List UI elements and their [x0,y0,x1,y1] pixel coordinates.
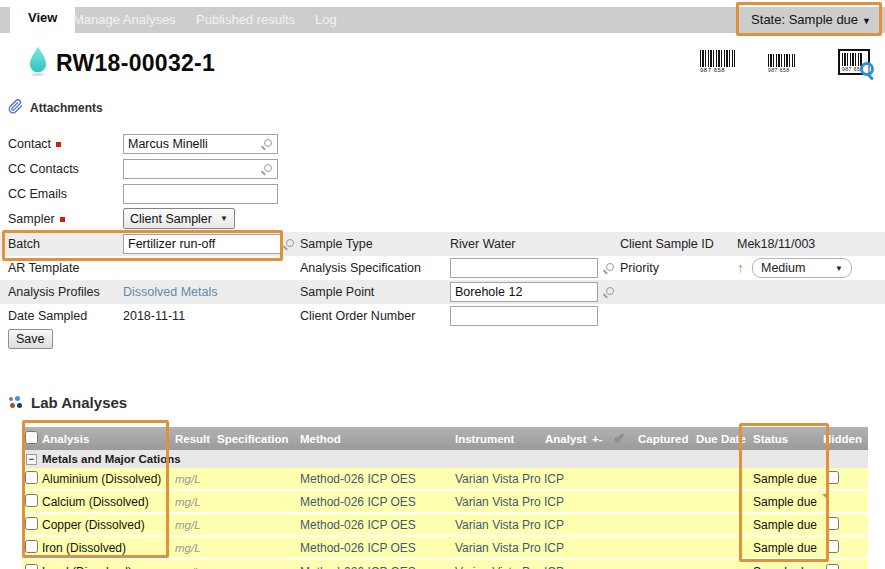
required-marker [60,217,65,222]
category-row: − Metals and Major Cations [22,450,868,468]
search-icon [603,287,615,299]
col-hidden[interactable]: Hidden [823,433,868,445]
analysis-name: Copper (Dissolved) [42,518,175,532]
tab-bar: View Manage Analyses Published results L… [0,7,885,33]
col-status[interactable]: Status [753,433,823,445]
state-dropdown[interactable]: State: Sample due▼ [751,7,871,33]
col-analyst[interactable]: Analyst [545,433,592,445]
table-row: Lead (Dissolved) mg/L Method-026 ICP OES… [22,560,868,569]
row-checkbox[interactable] [25,471,38,484]
tab-published-results[interactable]: Published results [196,7,295,33]
tab-log[interactable]: Log [315,7,337,33]
instrument-link[interactable]: Varian Vista Pro ICP [455,565,545,569]
barcode-small-icon[interactable]: 987 658 [768,54,795,73]
search-icon [283,239,295,251]
page-title: RW18-00032-1 [56,50,215,77]
cc-emails-input[interactable] [123,184,278,204]
tab-manage-analyses[interactable]: Manage Analyses [73,7,176,33]
client-sample-id-value: Mek18/11/003 [737,237,885,251]
col-instrument[interactable]: Instrument [455,433,545,445]
row-checkbox[interactable] [25,564,38,569]
sampler-label: Sampler [8,212,123,226]
barcode-bars [700,50,735,67]
magnifier-icon [859,62,875,78]
cc-contacts-input[interactable] [123,159,278,179]
chevron-down-icon: ▼ [862,16,871,26]
attachments-link[interactable]: Attachments [30,101,103,115]
sample-type-label: Sample Type [300,237,450,251]
result-unit: mg/L [175,542,217,554]
result-unit: mg/L [175,473,217,485]
col-due-date[interactable]: Due Date [696,433,753,445]
paperclip-icon [8,98,23,118]
batch-label: Batch [8,237,123,251]
contact-input[interactable] [123,134,278,154]
col-add-remove[interactable]: +- [592,433,614,445]
sample-point-input[interactable] [450,282,598,302]
method-link[interactable]: Method-026 ICP OES [300,495,455,509]
hidden-checkbox[interactable] [826,564,839,569]
instrument-link[interactable]: Varian Vista Pro ICP [455,541,545,555]
lab-analyses-icon [8,395,23,410]
analysis-name: Lead (Dissolved) [42,565,175,569]
collapse-icon[interactable]: − [26,454,37,465]
priority-up-icon: ↑ [737,260,744,276]
hidden-checkbox[interactable] [826,517,839,530]
table-row: Iron (Dissolved) mg/L Method-026 ICP OES… [22,537,868,560]
attachment-page-icon[interactable] [826,494,828,510]
col-method[interactable]: Method [300,433,455,445]
analysis-profiles-link[interactable]: Dissolved Metals [123,285,300,299]
batch-input[interactable] [123,234,281,254]
row-checkbox[interactable] [25,540,38,553]
client-order-input[interactable] [450,306,598,326]
sampler-select[interactable]: Client Sampler ▼ [123,208,235,229]
category-label: Metals and Major Cations [42,453,181,465]
row-checkbox[interactable] [25,494,38,507]
tab-view[interactable]: View [10,1,75,33]
contact-label: Contact [8,137,123,151]
method-link[interactable]: Method-026 ICP OES [300,472,455,486]
method-link[interactable]: Method-026 ICP OES [300,565,455,569]
status-text: Sample due [753,541,823,555]
analysis-spec-input[interactable] [450,258,598,278]
result-unit: mg/L [175,496,217,508]
result-unit: mg/L [175,519,217,531]
method-link[interactable]: Method-026 ICP OES [300,541,455,555]
client-order-label: Client Order Number [300,309,450,323]
barcode-print-icon[interactable]: 987 658 [700,50,735,74]
instrument-link[interactable]: Varian Vista Pro ICP [455,495,545,509]
verify-check-icon: ✔ [614,431,638,446]
status-text: Sample due [753,495,823,509]
method-link[interactable]: Method-026 ICP OES [300,518,455,532]
date-sampled-label: Date Sampled [8,309,123,323]
table-header-row: Analysis Result Specification Method Ins… [22,427,868,450]
water-drop-icon [26,45,50,80]
col-analysis[interactable]: Analysis [42,433,175,445]
barcode-preview-icon[interactable]: 987 658 [838,49,870,75]
instrument-link[interactable]: Varian Vista Pro ICP [455,472,545,486]
select-all-checkbox[interactable] [25,431,38,444]
barcode-number: 987 658 [768,67,795,73]
chevron-down-icon: ▼ [220,214,228,223]
sample-grid: Batch Sample Type River Water Client Sam… [0,232,885,328]
hidden-checkbox[interactable] [826,540,839,553]
lab-analyses-table: Analysis Result Specification Method Ins… [22,427,868,569]
status-text: Sample due [753,472,823,486]
row-checkbox[interactable] [25,517,38,530]
analysis-name: Iron (Dissolved) [42,541,175,555]
col-captured[interactable]: Captured [638,433,696,445]
hidden-checkbox[interactable] [826,471,839,484]
analysis-profiles-label: Analysis Profiles [8,285,123,299]
instrument-link[interactable]: Varian Vista Pro ICP [455,518,545,532]
sample-point-label: Sample Point [300,285,450,299]
ar-template-label: AR Template [8,261,123,275]
result-unit: mg/L [175,566,217,569]
barcode-bars [768,54,795,67]
priority-value: Medium [761,261,805,275]
analysis-name: Aluminium (Dissolved) [42,472,175,486]
col-result[interactable]: Result [175,433,217,445]
sampler-value: Client Sampler [130,212,212,226]
save-button[interactable]: Save [8,329,53,349]
priority-select[interactable]: Medium ▼ [752,258,852,278]
col-specification[interactable]: Specification [217,433,300,445]
